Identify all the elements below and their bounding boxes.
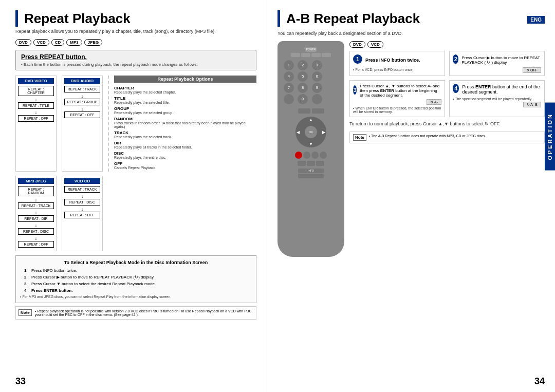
dpad-down: ▼ — [309, 142, 313, 146]
remote-info-btn: INFO — [298, 169, 324, 173]
select-step-4: 4 Press ENTER button. — [24, 288, 252, 293]
btn-stop — [295, 152, 302, 159]
note-text-left: • Repeat playback operation is not possi… — [35, 309, 253, 316]
step-box-1: 1 Press INFO button twice. • For a VCD, … — [349, 51, 445, 76]
remote-top-row2 — [284, 53, 338, 57]
options-title: Repeat Playback Options — [114, 76, 256, 83]
btn-play — [303, 152, 310, 159]
num-6: 6 — [312, 71, 322, 82]
num-clear — [312, 94, 322, 104]
select-box: To Select a Repeat Playback Mode in the … — [15, 255, 256, 303]
press-repeat-label: Press REPEAT button. — [21, 53, 251, 61]
select-steps: 1 Press INFO button twice. 2 Press Curso… — [24, 268, 252, 293]
operation-tab: OPERATION — [545, 103, 555, 171]
right-title-row: A-B Repeat Playback ENG — [278, 10, 545, 29]
step3-header: 3 Press Cursor ▲, ▼ buttons to select A-… — [353, 84, 441, 98]
dvd-video-items: REPEAT : CHAPTER ↓ REPEAT : TITLE ↓ REPE… — [18, 86, 54, 122]
remote-numpad: 1 2 3 4 5 6 7 8 9 0 — [284, 60, 325, 104]
remote-control-area: POWER 1 2 3 4 5 6 7 — [278, 41, 344, 257]
step3-enter-note: • When ENTER button is pressed, the sele… — [353, 106, 441, 114]
step3-text: Press Cursor ▲, ▼ buttons to select A- a… — [360, 84, 441, 98]
select-step-3: 3 Press Cursor ▼ button to select the de… — [24, 282, 252, 286]
num-9: 9 — [312, 83, 322, 93]
page-number-right: 34 — [534, 376, 545, 387]
step2-circle: 2 — [453, 54, 458, 64]
diagrams-row-2: MP3 JPEG REPEAT : RANDOM ↓ REPEAT : TRAC… — [15, 176, 256, 251]
step4-screen: ↻ A- B — [523, 102, 541, 107]
step4-display: ↻ A- B — [453, 102, 541, 107]
remote-dpad: OK ▲ ▼ ◀ ▶ — [295, 117, 326, 147]
note-box-left: Note • Repeat playback operation is not … — [15, 306, 256, 320]
right-content: POWER 1 2 3 4 5 6 7 — [278, 41, 545, 257]
btn-fwd — [320, 152, 327, 159]
step3-display: ↻ A- — [353, 100, 441, 104]
options-box: Repeat Playback Options CHAPTER Repeated… — [108, 76, 256, 172]
btn-pause — [311, 152, 319, 159]
step2-text: Press Cursor ▶ button to move to REPEAT … — [461, 55, 541, 65]
options-items: CHAPTER Repeatedly plays the selected ch… — [114, 86, 256, 170]
num-3: 3 — [312, 60, 322, 70]
step4-header: 4 Press ENTER button at the end of the d… — [453, 84, 541, 95]
vcd-cd-title: VCD CD — [64, 178, 100, 184]
mp3-jpeg-title: MP3 JPEG — [18, 178, 54, 184]
remote-top-row1: POWER — [284, 47, 338, 52]
eng-badge: ENG — [527, 16, 545, 24]
step1-header: 1 Press INFO button twice. — [353, 54, 441, 66]
steps-grid: 1 Press INFO button twice. • For a VCD, … — [349, 51, 545, 117]
step1-subnote: • For a VCD, press INFO button once. — [353, 68, 441, 71]
diagrams-row: DVD VIDEO REPEAT : CHAPTER ↓ REPEAT : TI… — [15, 76, 256, 172]
badge-dvd-right: DVD — [349, 41, 365, 48]
left-subtitle: Repeat playback allows you to repeatedly… — [15, 29, 256, 34]
dpad-center: OK — [305, 126, 317, 138]
step1-circle: 1 — [353, 54, 362, 64]
note-box-right: Note • The A-B Repeat function does not … — [349, 132, 545, 143]
note-label-left: Note — [18, 309, 32, 316]
left-title-text: Repeat Playback — [24, 11, 131, 27]
spacer-right — [108, 176, 256, 251]
step-box-2: 2 Press Cursor ▶ button to move to REPEA… — [449, 51, 545, 76]
remote-bottom-btns: INFO — [284, 169, 338, 178]
badge-vcd: VCD — [33, 39, 49, 46]
dpad-left: ◀ — [297, 130, 300, 135]
disc-badges-left: DVD VCD CD MP3 JPEG — [15, 39, 256, 46]
vcd-cd-diagram: VCD CD REPEAT : TRACK ↓ REPEAT : DISC ↓ … — [62, 176, 103, 251]
remote-btn-4 — [311, 53, 321, 57]
remote-extra-2 — [307, 161, 315, 166]
remote-control: POWER 1 2 3 4 5 6 7 — [278, 41, 344, 257]
remote-extra-1 — [298, 161, 306, 166]
num-1: 1 — [284, 60, 294, 70]
steps-area: DVD VCD 1 Press INFO button twice. • For… — [349, 41, 545, 257]
title-bar-left — [15, 10, 18, 27]
step3-circle: 3 — [353, 85, 357, 95]
remote-misc-1 — [298, 108, 310, 114]
remote-bottom-wide — [298, 174, 324, 178]
note-label-right: Note — [353, 134, 366, 141]
num-4: 4 — [284, 71, 294, 82]
remote-extra-3 — [316, 161, 324, 166]
remote-transport-row — [284, 152, 338, 159]
dvd-video-title: DVD VIDEO — [18, 78, 54, 84]
badge-cd: CD — [51, 39, 65, 46]
badge-jpeg: JPEG — [84, 39, 102, 46]
step2-header: 2 Press Cursor ▶ button to move to REPEA… — [453, 54, 541, 66]
right-title-text: A-B Repeat Playback — [286, 11, 420, 27]
mp3-jpeg-items: REPEAT : RANDOM ↓ REPEAT : TRACK ↓ REPEA… — [18, 186, 54, 248]
remote-btn-5 — [322, 53, 331, 57]
vcd-cd-items: REPEAT : TRACK ↓ REPEAT : DISC ↓ REPEAT … — [64, 186, 100, 218]
remote-btn-3 — [301, 53, 310, 57]
page-number-left: 33 — [15, 376, 26, 387]
dvd-video-diagram: DVD VIDEO REPEAT : CHAPTER ↓ REPEAT : TI… — [15, 76, 57, 172]
dvd-audio-items: REPEAT : TRACK ↓ REPEAT : GROUP ↓ REPEAT… — [64, 86, 100, 118]
num-2: 2 — [298, 60, 308, 70]
num-5: 5 — [298, 71, 308, 82]
press-repeat-box: Press REPEAT button. • Each time the but… — [15, 50, 256, 70]
num-7: 7 — [284, 83, 294, 93]
step2-screen: ↻ OFF — [523, 67, 541, 73]
press-repeat-note: • Each time the button is pressed during… — [21, 62, 251, 67]
remote-misc-row — [284, 108, 338, 114]
step1-text: Press INFO button twice. — [365, 58, 420, 63]
remote-top-area: POWER 1 2 3 4 5 6 7 — [280, 45, 342, 180]
step2-display: ↻ OFF — [453, 68, 541, 72]
dpad-right: ▶ — [322, 130, 325, 135]
badge-dvd: DVD — [15, 39, 31, 46]
